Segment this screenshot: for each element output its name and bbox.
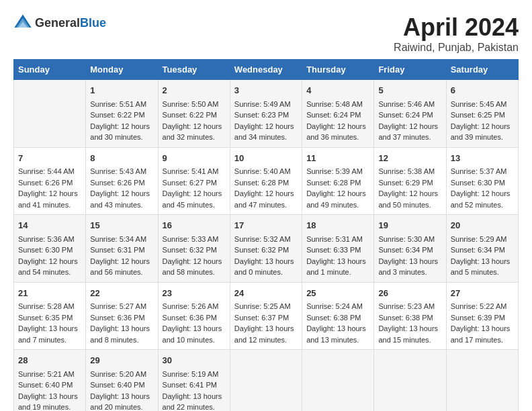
header-day-monday: Monday [86, 60, 158, 80]
day-info: Sunrise: 5:31 AMSunset: 6:33 PMDaylight:… [306, 234, 369, 278]
day-info: Sunrise: 5:51 AMSunset: 6:22 PMDaylight:… [90, 99, 153, 143]
day-info: Sunrise: 5:24 AMSunset: 6:38 PMDaylight:… [306, 301, 369, 345]
calendar-cell: 26Sunrise: 5:23 AMSunset: 6:38 PMDayligh… [374, 282, 446, 350]
calendar-cell: 1Sunrise: 5:51 AMSunset: 6:22 PMDaylight… [86, 80, 158, 148]
calendar-cell: 23Sunrise: 5:26 AMSunset: 6:36 PMDayligh… [158, 282, 230, 350]
day-number: 14 [18, 219, 81, 232]
day-number: 3 [234, 84, 298, 97]
calendar-cell: 13Sunrise: 5:37 AMSunset: 6:30 PMDayligh… [446, 147, 518, 215]
title-block: April 2024 Raiwind, Punjab, Pakistan [394, 13, 519, 54]
day-info: Sunrise: 5:29 AMSunset: 6:34 PMDaylight:… [451, 234, 514, 278]
calendar-cell: 2Sunrise: 5:50 AMSunset: 6:22 PMDaylight… [158, 80, 230, 148]
header-day-thursday: Thursday [302, 60, 374, 80]
calendar-cell [230, 350, 302, 412]
day-info: Sunrise: 5:32 AMSunset: 6:32 PMDaylight:… [234, 234, 298, 278]
day-info: Sunrise: 5:22 AMSunset: 6:39 PMDaylight:… [451, 301, 514, 345]
calendar-cell [302, 350, 374, 412]
logo-icon [13, 13, 32, 32]
calendar-cell: 25Sunrise: 5:24 AMSunset: 6:38 PMDayligh… [302, 282, 374, 350]
day-number: 11 [306, 152, 369, 165]
logo-blue: Blue [80, 16, 106, 30]
day-number: 20 [451, 219, 514, 232]
day-info: Sunrise: 5:27 AMSunset: 6:36 PMDaylight:… [90, 301, 153, 345]
calendar-cell: 12Sunrise: 5:38 AMSunset: 6:29 PMDayligh… [374, 147, 446, 215]
calendar-cell: 7Sunrise: 5:44 AMSunset: 6:26 PMDaylight… [14, 147, 86, 215]
day-info: Sunrise: 5:50 AMSunset: 6:22 PMDaylight:… [163, 99, 226, 143]
calendar-cell [446, 350, 518, 412]
calendar-cell: 21Sunrise: 5:28 AMSunset: 6:35 PMDayligh… [14, 282, 86, 350]
logo-general: General [35, 16, 80, 30]
day-number: 26 [378, 287, 441, 300]
calendar-table: SundayMondayTuesdayWednesdayThursdayFrid… [13, 59, 519, 411]
day-info: Sunrise: 5:45 AMSunset: 6:25 PMDaylight:… [451, 99, 514, 143]
day-number: 25 [306, 287, 369, 300]
calendar-cell: 29Sunrise: 5:20 AMSunset: 6:40 PMDayligh… [86, 350, 158, 412]
day-number: 18 [306, 219, 369, 232]
calendar-week-1: 1Sunrise: 5:51 AMSunset: 6:22 PMDaylight… [14, 80, 519, 148]
day-info: Sunrise: 5:21 AMSunset: 6:40 PMDaylight:… [18, 369, 81, 412]
calendar-cell: 9Sunrise: 5:41 AMSunset: 6:27 PMDaylight… [158, 147, 230, 215]
calendar-cell: 27Sunrise: 5:22 AMSunset: 6:39 PMDayligh… [446, 282, 518, 350]
day-number: 16 [163, 219, 226, 232]
day-info: Sunrise: 5:23 AMSunset: 6:38 PMDaylight:… [378, 301, 441, 345]
day-number: 24 [234, 287, 298, 300]
day-info: Sunrise: 5:26 AMSunset: 6:36 PMDaylight:… [163, 301, 226, 345]
day-number: 28 [18, 354, 81, 367]
calendar-cell: 4Sunrise: 5:48 AMSunset: 6:24 PMDaylight… [302, 80, 374, 148]
calendar-cell [374, 350, 446, 412]
calendar-cell: 24Sunrise: 5:25 AMSunset: 6:37 PMDayligh… [230, 282, 302, 350]
calendar-cell: 22Sunrise: 5:27 AMSunset: 6:36 PMDayligh… [86, 282, 158, 350]
day-info: Sunrise: 5:34 AMSunset: 6:31 PMDaylight:… [90, 234, 153, 278]
header-day-saturday: Saturday [446, 60, 518, 80]
day-info: Sunrise: 5:28 AMSunset: 6:35 PMDaylight:… [18, 301, 81, 345]
day-number: 6 [451, 84, 514, 97]
day-number: 15 [90, 219, 153, 232]
day-info: Sunrise: 5:39 AMSunset: 6:28 PMDaylight:… [306, 166, 369, 210]
header-day-wednesday: Wednesday [230, 60, 302, 80]
calendar-cell: 11Sunrise: 5:39 AMSunset: 6:28 PMDayligh… [302, 147, 374, 215]
day-number: 12 [378, 152, 441, 165]
day-number: 13 [451, 152, 514, 165]
day-number: 21 [18, 287, 81, 300]
day-info: Sunrise: 5:38 AMSunset: 6:29 PMDaylight:… [378, 166, 441, 210]
day-info: Sunrise: 5:43 AMSunset: 6:26 PMDaylight:… [90, 166, 153, 210]
calendar-week-4: 21Sunrise: 5:28 AMSunset: 6:35 PMDayligh… [14, 282, 519, 350]
day-number: 9 [163, 152, 226, 165]
day-number: 10 [234, 152, 298, 165]
calendar-cell: 30Sunrise: 5:19 AMSunset: 6:41 PMDayligh… [158, 350, 230, 412]
header-day-friday: Friday [374, 60, 446, 80]
page-title: April 2024 [394, 13, 519, 42]
day-info: Sunrise: 5:46 AMSunset: 6:24 PMDaylight:… [378, 99, 441, 143]
day-number: 22 [90, 287, 153, 300]
day-info: Sunrise: 5:19 AMSunset: 6:41 PMDaylight:… [163, 369, 226, 412]
calendar-cell: 14Sunrise: 5:36 AMSunset: 6:30 PMDayligh… [14, 215, 86, 283]
calendar-cell: 28Sunrise: 5:21 AMSunset: 6:40 PMDayligh… [14, 350, 86, 412]
day-number: 2 [163, 84, 226, 97]
calendar-body: 1Sunrise: 5:51 AMSunset: 6:22 PMDaylight… [14, 80, 519, 412]
calendar-cell: 10Sunrise: 5:40 AMSunset: 6:28 PMDayligh… [230, 147, 302, 215]
day-number: 30 [163, 354, 226, 367]
day-info: Sunrise: 5:33 AMSunset: 6:32 PMDaylight:… [163, 234, 226, 278]
calendar-week-3: 14Sunrise: 5:36 AMSunset: 6:30 PMDayligh… [14, 215, 519, 283]
calendar-cell [14, 80, 86, 148]
day-number: 1 [90, 84, 153, 97]
calendar-cell: 5Sunrise: 5:46 AMSunset: 6:24 PMDaylight… [374, 80, 446, 148]
calendar-cell: 8Sunrise: 5:43 AMSunset: 6:26 PMDaylight… [86, 147, 158, 215]
day-info: Sunrise: 5:20 AMSunset: 6:40 PMDaylight:… [90, 369, 153, 412]
calendar-cell: 3Sunrise: 5:49 AMSunset: 6:23 PMDaylight… [230, 80, 302, 148]
day-number: 5 [378, 84, 441, 97]
day-number: 19 [378, 219, 441, 232]
logo: GeneralBlue [13, 13, 106, 32]
page-subtitle: Raiwind, Punjab, Pakistan [394, 42, 519, 54]
calendar-cell: 18Sunrise: 5:31 AMSunset: 6:33 PMDayligh… [302, 215, 374, 283]
day-number: 23 [163, 287, 226, 300]
day-info: Sunrise: 5:37 AMSunset: 6:30 PMDaylight:… [451, 166, 514, 210]
day-info: Sunrise: 5:25 AMSunset: 6:37 PMDaylight:… [234, 301, 298, 345]
calendar-cell: 20Sunrise: 5:29 AMSunset: 6:34 PMDayligh… [446, 215, 518, 283]
calendar-header-row: SundayMondayTuesdayWednesdayThursdayFrid… [14, 60, 519, 80]
day-info: Sunrise: 5:30 AMSunset: 6:34 PMDaylight:… [378, 234, 441, 278]
calendar-cell: 17Sunrise: 5:32 AMSunset: 6:32 PMDayligh… [230, 215, 302, 283]
day-info: Sunrise: 5:40 AMSunset: 6:28 PMDaylight:… [234, 166, 298, 210]
calendar-cell: 19Sunrise: 5:30 AMSunset: 6:34 PMDayligh… [374, 215, 446, 283]
day-number: 4 [306, 84, 369, 97]
